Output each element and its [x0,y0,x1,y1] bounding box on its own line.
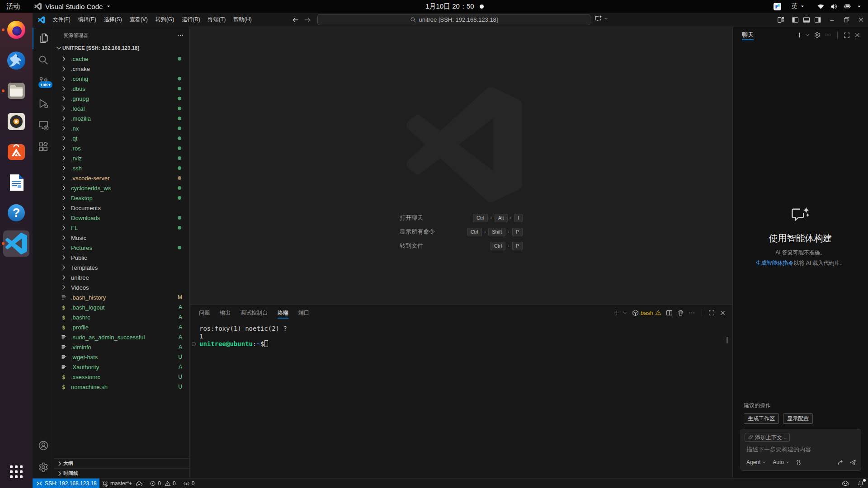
chat-tab[interactable]: 聊天 [742,27,754,42]
dock-item-thunderbird[interactable] [5,50,27,71]
tree-item-Documents[interactable]: Documents [54,203,189,213]
tree-item-.local[interactable]: .local [54,103,189,113]
tree-item-.bash_logout[interactable]: $.bash_logoutA [54,302,189,312]
model-dropdown[interactable]: Auto [773,459,790,465]
app-menu[interactable]: Visual Studio Code [34,0,111,13]
tree-item-.wget-hsts[interactable]: .wget-hstsU [54,352,189,362]
add-context-chip[interactable]: 添加上下文... [745,433,790,442]
tree-item-.config[interactable]: .config [54,74,189,84]
chat-redirect-button[interactable] [837,459,844,466]
chat-close-button[interactable] [854,32,861,38]
tree-item-.cmake[interactable]: .cmake [54,64,189,74]
tree-item-Pictures[interactable]: Pictures [54,243,189,253]
new-chat-chevron[interactable] [805,33,810,38]
copilot-menu-button[interactable] [594,15,609,23]
toggle-primary-sidebar-button[interactable] [789,13,801,27]
ime-language-label[interactable]: 英 [791,2,797,10]
tree-item-.viminfo[interactable]: .viminfoA [54,342,189,352]
panel-tab-调试控制台[interactable]: 调试控制台 [238,305,270,320]
agent-mode-dropdown[interactable]: Agent [746,459,766,465]
tree-item-.mozilla[interactable]: .mozilla [54,113,189,123]
tree-item-.Xauthority[interactable]: .XauthorityA [54,362,189,372]
tree-item-Desktop[interactable]: Desktop [54,193,189,203]
terminal-scrollbar-thumb[interactable] [726,337,728,343]
menu-item-1[interactable]: 编辑(E) [75,13,99,27]
activity-account[interactable] [33,435,54,456]
tree-item-.nx[interactable]: .nx [54,123,189,133]
tree-item-.xsessionrc[interactable]: $.xsessionrcU [54,372,189,382]
window-restore-button[interactable] [841,13,852,27]
menu-item-0[interactable]: 文件(F) [50,13,74,27]
chat-settings-gear-icon[interactable] [814,32,821,38]
panel-tab-输出[interactable]: 输出 [217,305,233,320]
command-center[interactable]: unitree [SSH: 192.168.123.18] [317,14,590,25]
configure-tools-button[interactable] [795,459,802,466]
dock-item-help[interactable] [5,202,27,224]
tree-item-.bashrc[interactable]: $.bashrcA [54,312,189,322]
tree-item-Templates[interactable]: Templates [54,263,189,272]
timeline-section-header[interactable]: 时间线 [54,468,189,478]
terminal-profile-bash[interactable]: bash [632,310,661,316]
new-terminal-button[interactable] [613,310,620,316]
panel-tab-问题[interactable]: 问题 [197,305,212,320]
toggle-secondary-sidebar-button[interactable] [812,13,823,27]
remote-indicator[interactable]: SSH: 192.168.123.18 [33,479,99,488]
tree-item-.profile[interactable]: $.profileA [54,322,189,332]
chat-maximize-button[interactable] [844,32,850,38]
tree-item-Videos[interactable]: Videos [54,282,189,292]
split-terminal-button[interactable] [666,310,673,316]
tree-item-.rviz[interactable]: .rviz [54,153,189,163]
nav-forward-button[interactable] [304,16,311,23]
activities-button[interactable]: 活动 [5,0,22,13]
tree-item-.vscode-server[interactable]: .vscode-server [54,173,189,183]
dock-item-ubuntu-software[interactable] [5,141,27,163]
battery-icon[interactable] [844,5,851,8]
window-close-button[interactable] [855,13,867,27]
git-branch-status[interactable]: master*+ [98,479,146,488]
dock-item-vscode[interactable] [5,233,27,254]
menu-item-3[interactable]: 查看(V) [127,13,151,27]
tree-item-.dbus[interactable]: .dbus [54,84,189,94]
notifications-bell[interactable] [855,479,866,488]
nav-back-button[interactable] [292,16,299,23]
activity-explorer[interactable] [33,28,54,49]
tree-item-.qt[interactable]: .qt [54,133,189,143]
activity-search[interactable] [33,49,54,71]
tree-item-nomachine.sh[interactable]: $nomachine.shU [54,382,189,392]
dock-item-libreoffice-writer[interactable] [5,172,27,193]
menu-item-7[interactable]: 帮助(H) [230,13,255,27]
tree-item-Public[interactable]: Public [54,253,189,263]
menu-item-5[interactable]: 运行(R) [179,13,203,27]
copilot-status[interactable] [840,479,851,488]
new-chat-button[interactable] [796,32,803,38]
dock-item-files[interactable] [5,80,27,102]
sidebar-more-actions-button[interactable] [177,32,184,39]
tree-item-FL[interactable]: FL [54,223,189,233]
activity-extensions[interactable] [33,136,54,158]
customize-layout-button[interactable] [775,13,786,27]
window-minimize-button[interactable] [826,13,838,27]
tree-item-.bash_history[interactable]: .bash_historyM [54,292,189,302]
tree-item-Music[interactable]: Music [54,233,189,243]
panel-tab-端口[interactable]: 端口 [296,305,311,320]
tree-item-cyclonedds_ws[interactable]: cyclonedds_ws [54,183,189,193]
activity-run-debug[interactable] [33,93,54,114]
suggested-action-button[interactable]: 显示配置 [783,413,813,424]
volume-icon[interactable] [831,4,836,9]
terminal-launch-chevron[interactable] [623,310,627,315]
terminal[interactable]: ros:foxy(1) noetic(2) ? 1 unitree@ubuntu… [199,325,287,348]
todesk-icon[interactable] [774,3,781,10]
tree-item-unitree[interactable]: unitree [54,272,189,282]
suggested-action-button[interactable]: 生成工作区 [744,413,779,424]
tree-item-.ros[interactable]: .ros [54,143,189,153]
system-tray[interactable]: 英 [774,0,862,13]
close-panel-button[interactable] [719,310,726,316]
tray-caret-icon[interactable] [858,5,860,7]
wifi-icon[interactable] [818,4,824,9]
outline-section-header[interactable]: 大纲 [54,458,189,468]
chat-send-button[interactable] [849,459,856,466]
clock-button[interactable]: 1月10日 20：50 [425,0,484,13]
dock-item-firefox[interactable] [5,19,27,41]
toggle-panel-button[interactable] [801,13,812,27]
panel-tab-终端[interactable]: 终端 [275,305,291,320]
